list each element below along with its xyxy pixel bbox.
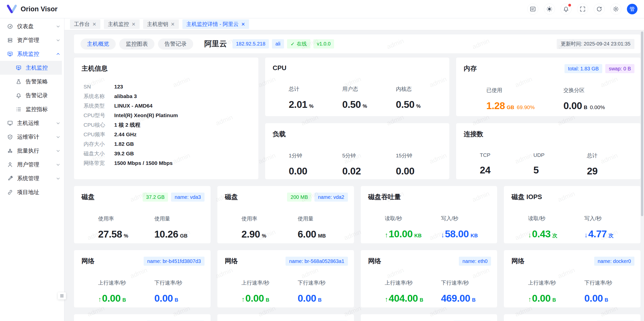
disk-iops-card: 磁盘 IOPS 读取/秒↓0.43次 写入/秒↓4.77次 [504, 186, 640, 243]
stat-disk-usage: 使用量10.26GB [154, 215, 210, 240]
bell-icon [16, 93, 22, 99]
disk-name-tag: name: vda3 [171, 193, 205, 202]
view-host-overview[interactable]: 主机概览 [80, 38, 116, 50]
stat-load-1m: 1分钟0.00 [289, 152, 342, 177]
tab-workbench[interactable]: 工作台 ✕ [70, 19, 100, 29]
tab-host-monitor[interactable]: 主机监控 ✕ [104, 19, 140, 29]
tab-label: 主机监控详情 - 阿里云 [186, 21, 239, 28]
top-bar: Orion Visor [0, 0, 644, 18]
card-title: 网络 [225, 257, 238, 265]
info-row: SN123 [84, 82, 252, 91]
sidebar-item-alert-policy[interactable]: 告警策略 [0, 75, 64, 88]
view-alert-records[interactable]: 告警记录 [158, 38, 193, 50]
stat-memory-used: 已使用1.28GB69.90% [486, 87, 563, 111]
partial-card: 网络 [361, 314, 497, 321]
chevron-up-icon [56, 52, 61, 57]
info-row: 网络带宽1500 Mbps / 1500 Mbps [84, 158, 252, 168]
info-row: 系统名称alibaba 3 [84, 91, 252, 101]
stat-disk-write: 写入/秒↓58.00KB [441, 215, 497, 240]
stat-cpu-user: 用户态0.50% [342, 85, 396, 110]
trend-arrow-icon: ↑ [242, 296, 245, 303]
refresh-button[interactable] [594, 4, 605, 15]
disk-size-tag: 200 MB [287, 193, 311, 202]
sidebar-collapse-button[interactable] [58, 292, 66, 299]
card-title: 负载 [273, 130, 286, 139]
tab-host-monitor-detail[interactable]: 主机监控详情 - 阿里云 ✕ [182, 19, 249, 29]
vertical-scrollbar-thumb[interactable] [641, 31, 643, 216]
user-icon [7, 162, 13, 168]
display-icon [7, 120, 13, 126]
trend-arrow-icon: ↓ [584, 231, 588, 239]
bell-icon [563, 6, 569, 12]
stat-conn-total: 总计29 [587, 152, 640, 177]
sidebar-item-system-monitor[interactable]: 系统监控 [0, 47, 64, 61]
gauge-icon [7, 23, 13, 29]
trend-arrow-icon: ↑ [385, 231, 388, 239]
sidebar-item-user-mgmt[interactable]: 用户管理 [0, 158, 64, 171]
theme-toggle-button[interactable] [544, 4, 555, 15]
stat-disk-usage-rate: 使用率2.90% [242, 215, 298, 240]
sidebar-item-alert-records[interactable]: 告警记录 [0, 88, 64, 102]
sidebar-item-assets[interactable]: 资产管理 [0, 33, 64, 47]
api-code-button[interactable] [527, 4, 538, 15]
chevron-down-icon [56, 24, 61, 29]
partial-card: 网络 [74, 314, 211, 321]
trend-arrow-icon: ↑ [98, 296, 102, 303]
close-icon[interactable]: ✕ [92, 21, 96, 27]
version-tag: v1.0.0 [313, 39, 334, 49]
notification-badge [568, 4, 571, 7]
stat-cpu-kernel: 内核态0.50% [396, 85, 449, 110]
monitor-pulse-icon [16, 65, 22, 71]
stat-cpu-total: 总计2.01% [289, 85, 342, 110]
sidebar-item-host-monitor[interactable]: 主机监控 [0, 61, 62, 75]
trend-arrow-icon: ↑ [528, 296, 532, 303]
tab-label: 工作台 [74, 21, 90, 28]
host-header-card: 主机概览 监控图表 告警记录 阿里云 182.92.5.218 ali ✓在线 … [74, 34, 640, 53]
main-area: 工作台 ✕ 主机监控 ✕ 主机密钥 ✕ 主机监控详情 - 阿里云 ✕ 主机概览 … [64, 18, 644, 321]
sidebar-item-label: 告警记录 [26, 92, 48, 99]
tab-host-keys[interactable]: 主机密钥 ✕ [143, 19, 179, 29]
sidebar-item-host-ops[interactable]: 主机运维 [0, 116, 64, 130]
stat-net-up: 上行速率/秒↑404.00B [385, 279, 441, 304]
stat-iops-write: 写入/秒↓4.77次 [584, 215, 640, 240]
notifications-button[interactable] [560, 4, 572, 15]
user-avatar[interactable]: 管 [627, 4, 637, 14]
host-title: 阿里云 [204, 39, 227, 49]
card-title: 磁盘 [82, 193, 95, 201]
disk-throughput-card: 磁盘吞吐量 读取/秒↑10.00KB 写入/秒↓58.00KB [361, 186, 497, 243]
card-title: 主机信息 [82, 64, 108, 73]
host-code-tag: ali [272, 39, 284, 49]
stat-conn-udp: UDP5 [533, 152, 587, 177]
sidebar-item-dashboard[interactable]: 仪表盘 [0, 19, 64, 33]
flask-icon [16, 79, 22, 85]
partial-card: 网络 [504, 314, 640, 321]
fullscreen-button[interactable] [577, 4, 588, 15]
connections-card: 连接数 TCP24 UDP5 总计29 [456, 123, 640, 179]
view-monitor-charts[interactable]: 监控图表 [119, 38, 154, 50]
sidebar-item-batch-exec[interactable]: 批量执行 [0, 144, 64, 158]
sidebar-item-ops-audit[interactable]: 运维审计 [0, 130, 64, 144]
sidebar-item-monitor-metrics[interactable]: 监控指标 [0, 102, 64, 116]
ip-tag: 182.92.5.218 [232, 39, 269, 49]
sidebar-item-system-mgmt[interactable]: 系统管理 [0, 171, 64, 185]
orion-visor-logo-icon [7, 4, 17, 14]
settings-button[interactable] [610, 4, 621, 15]
fullscreen-icon [579, 6, 586, 12]
link-icon [7, 189, 13, 195]
close-icon[interactable]: ✕ [241, 21, 245, 27]
server-icon [7, 37, 13, 43]
sidebar-item-project-link[interactable]: 项目地址 [0, 185, 64, 199]
tab-label: 主机密钥 [147, 21, 168, 28]
wrench-icon [7, 175, 13, 181]
chevron-down-icon [56, 176, 61, 181]
monitor-pulse-icon [7, 51, 13, 57]
close-icon[interactable]: ✕ [132, 21, 136, 27]
close-icon[interactable]: ✕ [171, 21, 175, 27]
stat-net-up: 上行速率/秒↑0.00B [98, 279, 154, 304]
sidebar-item-label: 项目地址 [17, 189, 39, 196]
network-name-tag: name: eth0 [459, 257, 491, 266]
brand: Orion Visor [0, 4, 58, 14]
card-title: 网络 [368, 257, 381, 265]
tab-label: 主机监控 [108, 21, 129, 28]
stat-conn-tcp: TCP24 [480, 152, 533, 177]
